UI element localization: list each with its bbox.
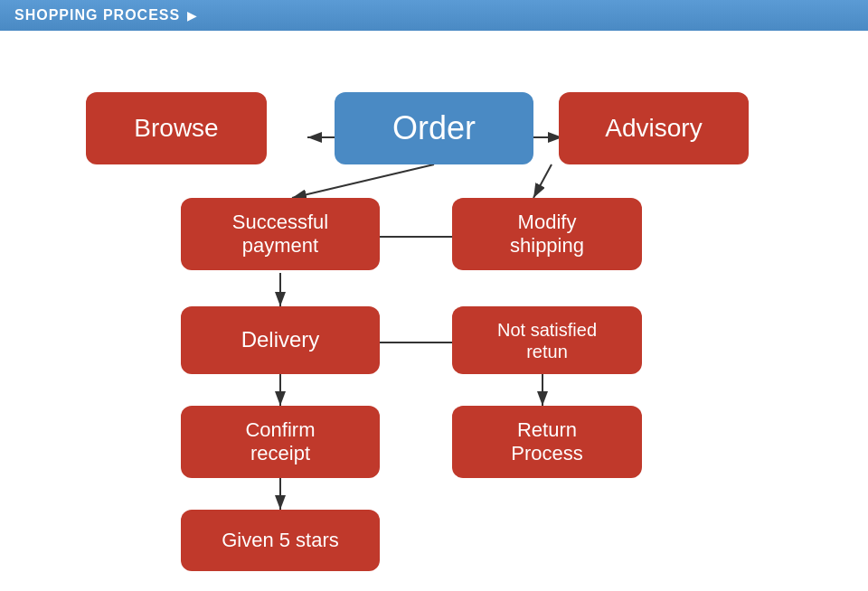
node-browse: Browse [86,92,267,164]
node-successful-payment: Successful payment [181,198,380,270]
node-modify-shipping: Modify shipping [452,198,642,270]
node-order: Order [335,92,533,164]
node-given-5-stars: Given 5 stars [181,510,380,571]
header-arrow: ▶ [187,8,197,23]
svg-line-4 [292,164,434,198]
node-confirm-receipt: Confirm receipt [181,406,380,478]
header-title: SHOPPING PROCESS [14,7,180,23]
header: SHOPPING PROCESS ▶ [0,0,868,31]
svg-line-5 [533,164,552,198]
node-return-process: Return Process [452,406,642,478]
node-advisory: Advisory [559,92,749,164]
node-not-satisfied: Not satisfied retun [452,306,642,374]
diagram-area: Browse Order Advisory Successful payment… [0,31,868,586]
node-delivery: Delivery [181,306,380,374]
